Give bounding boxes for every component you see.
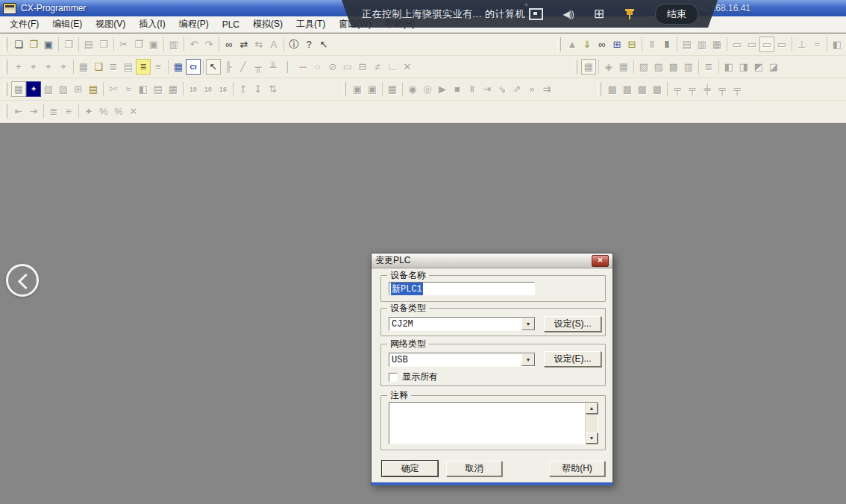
- windows-grid-icon[interactable]: ⊞: [594, 7, 604, 20]
- menu-insert[interactable]: 插入(I): [132, 16, 172, 33]
- save-file-button[interactable]: ▣: [41, 37, 56, 52]
- force-cancel-button[interactable]: ✕: [126, 104, 141, 119]
- menu-simulation[interactable]: 模拟(S): [246, 16, 289, 33]
- undo-button[interactable]: ↶: [187, 37, 201, 52]
- program-verify-button[interactable]: ▦: [709, 37, 724, 52]
- address-reference-button[interactable]: ▨: [56, 81, 71, 97]
- close-icon[interactable]: ✕: [592, 255, 609, 267]
- new-closed-contact-button[interactable]: ╱: [236, 59, 251, 75]
- paste-special-button[interactable]: ▥: [166, 37, 181, 52]
- print-button[interactable]: ▤: [81, 37, 96, 52]
- menu-program[interactable]: 编程(P): [172, 16, 216, 33]
- sim-stop-button[interactable]: ■: [450, 81, 465, 97]
- data-trace-button[interactable]: ◧: [830, 37, 845, 52]
- panel-settings-button[interactable]: ◧: [721, 59, 736, 75]
- toolbar-grip[interactable]: [4, 104, 7, 119]
- section-trace-button[interactable]: ≈: [121, 81, 136, 97]
- io-connect-5-button[interactable]: ╤: [730, 81, 745, 97]
- comment-list-button[interactable]: ≣: [46, 104, 61, 119]
- toolbar-grip[interactable]: [557, 37, 561, 51]
- fullscreen-icon[interactable]: [529, 8, 543, 20]
- function-block-1-button[interactable]: ▩: [605, 81, 620, 97]
- panel-program-button[interactable]: ◨: [736, 59, 751, 75]
- device-settings-button[interactable]: 设定(S)...: [544, 316, 601, 332]
- program-mode-button[interactable]: ▭: [730, 37, 745, 52]
- symbol-table-button[interactable]: ≣: [136, 59, 151, 75]
- show-decimal-button[interactable]: 10: [186, 81, 201, 97]
- breakpoint-clear-button[interactable]: ◎: [420, 81, 435, 97]
- toolbar-grip[interactable]: [4, 60, 7, 74]
- new-vertical-line-button[interactable]: │: [281, 59, 295, 75]
- step-run-button[interactable]: ⇥: [480, 81, 495, 97]
- cut-button[interactable]: ✂: [116, 37, 131, 52]
- program-transfer-button[interactable]: ▤: [680, 37, 695, 52]
- zoom-100-button[interactable]: ⌖: [56, 59, 71, 75]
- compare-with-plc-button[interactable]: ⊟: [624, 37, 639, 52]
- copy-button[interactable]: ❐: [131, 37, 146, 52]
- print-preview-button[interactable]: ❒: [96, 37, 111, 52]
- new-coil-button[interactable]: ○: [310, 59, 325, 75]
- binary-view-button[interactable]: ▦: [166, 81, 181, 97]
- continuous-step-button[interactable]: »: [524, 81, 539, 97]
- io-connect-3-button[interactable]: ╪: [700, 81, 715, 97]
- output-window-button[interactable]: ▦: [11, 81, 26, 97]
- toolbar-grip[interactable]: [574, 60, 577, 74]
- online-search-button[interactable]: ∞: [595, 37, 610, 52]
- menu-file[interactable]: 文件(F): [3, 16, 46, 33]
- monitor-up-button[interactable]: ↥: [236, 81, 251, 97]
- show-signed-decimal-button[interactable]: 10: [201, 81, 216, 97]
- monitor-down-button[interactable]: ↧: [251, 81, 266, 97]
- differential-monitor-button[interactable]: ⊥: [795, 37, 809, 52]
- delete-element-button[interactable]: ✕: [400, 59, 415, 75]
- monitor-mode-button[interactable]: ▭: [759, 37, 774, 52]
- back-circle-button[interactable]: [6, 264, 39, 297]
- function-block-4-button[interactable]: ▩: [650, 81, 665, 97]
- new-horizontal-line-button[interactable]: ─: [295, 59, 310, 75]
- plc-clock-button[interactable]: ▦: [581, 59, 596, 75]
- time-chart-monitor-button[interactable]: ≈: [809, 37, 824, 52]
- chevron-down-icon[interactable]: ▼: [521, 353, 535, 366]
- zoom-to-fit-button[interactable]: ⌖: [11, 59, 26, 75]
- network-type-dropdown[interactable]: USB ▼: [389, 353, 536, 367]
- sim-options-button[interactable]: ▦: [385, 81, 400, 97]
- monitor-swap-button[interactable]: ⇅: [266, 81, 281, 97]
- jump-next-button[interactable]: ⇥: [26, 104, 41, 119]
- menu-view[interactable]: 视图(V): [89, 16, 132, 33]
- transfer-program-button[interactable]: ▨: [651, 59, 666, 75]
- goto-address-button[interactable]: ⇆: [251, 37, 266, 52]
- show-grid-button[interactable]: ▦: [76, 59, 91, 75]
- new-contact-button[interactable]: ╟: [221, 59, 236, 75]
- invert-instruction-button[interactable]: ≠: [370, 59, 385, 75]
- transfer-to-plc-button[interactable]: ⊞: [610, 37, 624, 52]
- device-type-dropdown[interactable]: CJ2M ▼: [389, 317, 536, 331]
- comment-value[interactable]: [389, 403, 585, 444]
- sim-window-2-button[interactable]: ▣: [365, 81, 380, 97]
- pause-monitoring-button[interactable]: Ⅱ: [645, 37, 659, 52]
- drag-handle-icon[interactable]: +: [524, 0, 528, 9]
- function-block-2-button[interactable]: ▩: [620, 81, 635, 97]
- section-list-button[interactable]: ≡: [151, 59, 166, 75]
- function-block-3-button[interactable]: ▩: [635, 81, 650, 97]
- cross-reference-button[interactable]: ▧: [41, 81, 56, 97]
- dialog-titlebar[interactable]: 变更PLC ✕: [372, 253, 612, 268]
- new-closed-or-contact-button[interactable]: ╨: [266, 59, 281, 75]
- new-file-button[interactable]: ❏: [11, 37, 26, 52]
- work-online-button[interactable]: ▲: [565, 37, 580, 52]
- show-all-checkbox[interactable]: [389, 373, 398, 382]
- network-settings-button[interactable]: 设定(E)...: [544, 351, 601, 367]
- end-instruction-button[interactable]: ∟: [385, 59, 400, 75]
- new-closed-coil-button[interactable]: ⊘: [325, 59, 340, 75]
- help-button[interactable]: ?: [301, 37, 316, 52]
- sim-pause-button[interactable]: Ⅱ: [465, 81, 480, 97]
- paste-button[interactable]: ▣: [146, 37, 161, 52]
- io-multipoint-button[interactable]: ⊞: [71, 81, 86, 97]
- new-or-contact-button[interactable]: ╥: [251, 59, 266, 75]
- ok-button[interactable]: 确定: [382, 461, 438, 476]
- watch-window-button[interactable]: ✦: [26, 81, 41, 97]
- toolbar-grip[interactable]: [4, 37, 7, 51]
- toolbar-grip[interactable]: [4, 82, 7, 96]
- io-connect-2-button[interactable]: ╤: [685, 81, 700, 97]
- transfer-verify-button[interactable]: ▩: [666, 59, 681, 75]
- watch-list-button[interactable]: ≣: [701, 59, 716, 75]
- select-mode-button[interactable]: ↖: [206, 59, 221, 75]
